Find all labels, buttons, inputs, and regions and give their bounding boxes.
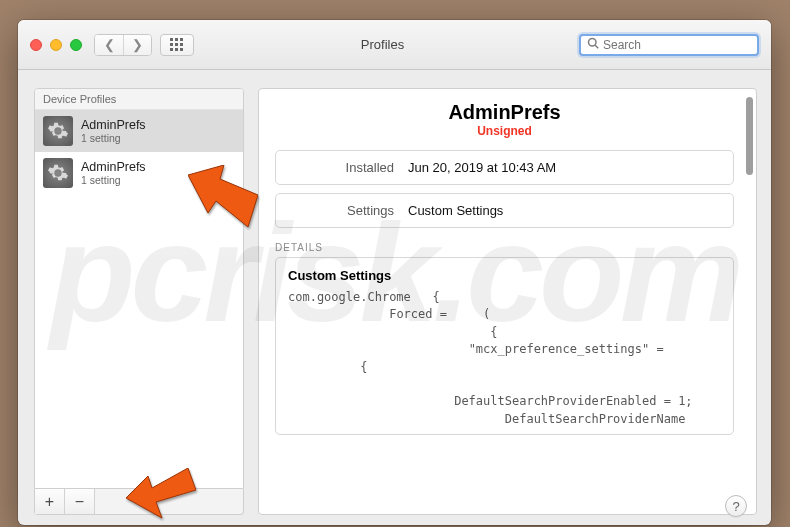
profile-details: AdminPrefs Unsigned Installed Jun 20, 20… [258, 88, 757, 515]
svg-rect-6 [170, 48, 173, 51]
close-icon[interactable] [30, 39, 42, 51]
search-field[interactable] [579, 34, 759, 56]
info-row-installed: Installed Jun 20, 2019 at 10:43 AM [275, 150, 734, 185]
scrollbar-thumb[interactable] [746, 97, 753, 175]
profile-list-item[interactable]: AdminPrefs 1 setting [35, 152, 243, 194]
forward-button[interactable]: ❯ [123, 35, 151, 55]
profile-item-name: AdminPrefs [81, 118, 146, 132]
details-body: com.google.Chrome { Forced = ( { "mcx_pr… [288, 289, 721, 428]
titlebar: ❮ ❯ Profiles [18, 20, 771, 70]
grid-icon [170, 38, 184, 52]
svg-rect-7 [175, 48, 178, 51]
info-row-settings: Settings Custom Settings [275, 193, 734, 228]
profile-title: AdminPrefs [273, 101, 736, 124]
profile-item-name: AdminPrefs [81, 160, 146, 174]
info-label: Installed [290, 160, 408, 175]
info-value: Custom Settings [408, 203, 719, 218]
profile-list: Device Profiles AdminPrefs 1 setting [34, 88, 244, 489]
profile-item-text: AdminPrefs 1 setting [81, 118, 146, 144]
gear-icon [43, 158, 73, 188]
search-icon [587, 37, 599, 52]
profile-item-text: AdminPrefs 1 setting [81, 160, 146, 186]
sidebar: Device Profiles AdminPrefs 1 setting [34, 88, 244, 515]
help-button[interactable]: ? [725, 495, 747, 517]
info-label: Settings [290, 203, 408, 218]
content-area: Device Profiles AdminPrefs 1 setting [18, 70, 771, 525]
sidebar-footer: + − [34, 489, 244, 515]
svg-rect-8 [180, 48, 183, 51]
back-button[interactable]: ❮ [95, 35, 123, 55]
remove-profile-button[interactable]: − [65, 489, 95, 514]
gear-icon [43, 116, 73, 146]
profile-item-meta: 1 setting [81, 174, 146, 186]
minimize-icon[interactable] [50, 39, 62, 51]
preferences-window: ❮ ❯ Profiles Device Pro [18, 20, 771, 525]
profile-list-item[interactable]: AdminPrefs 1 setting [35, 110, 243, 152]
svg-rect-2 [180, 38, 183, 41]
add-profile-button[interactable]: + [35, 489, 65, 514]
sidebar-header: Device Profiles [35, 89, 243, 110]
search-input[interactable] [603, 38, 751, 52]
svg-line-10 [595, 45, 598, 48]
svg-rect-3 [170, 43, 173, 46]
details-section-title: Custom Settings [288, 268, 721, 283]
unsigned-label: Unsigned [273, 124, 736, 138]
svg-point-9 [589, 39, 597, 47]
maximize-icon[interactable] [70, 39, 82, 51]
svg-rect-1 [175, 38, 178, 41]
details-header: DETAILS [275, 242, 734, 253]
grid-button[interactable] [160, 34, 194, 56]
nav-back-forward: ❮ ❯ [94, 34, 152, 56]
profile-item-meta: 1 setting [81, 132, 146, 144]
info-value: Jun 20, 2019 at 10:43 AM [408, 160, 719, 175]
svg-rect-5 [180, 43, 183, 46]
details-box: Custom Settings com.google.Chrome { Forc… [275, 257, 734, 435]
profile-details-scroll[interactable]: AdminPrefs Unsigned Installed Jun 20, 20… [273, 99, 752, 504]
traffic-lights [30, 39, 82, 51]
window-title: Profiles [202, 37, 563, 52]
svg-rect-0 [170, 38, 173, 41]
svg-rect-4 [175, 43, 178, 46]
